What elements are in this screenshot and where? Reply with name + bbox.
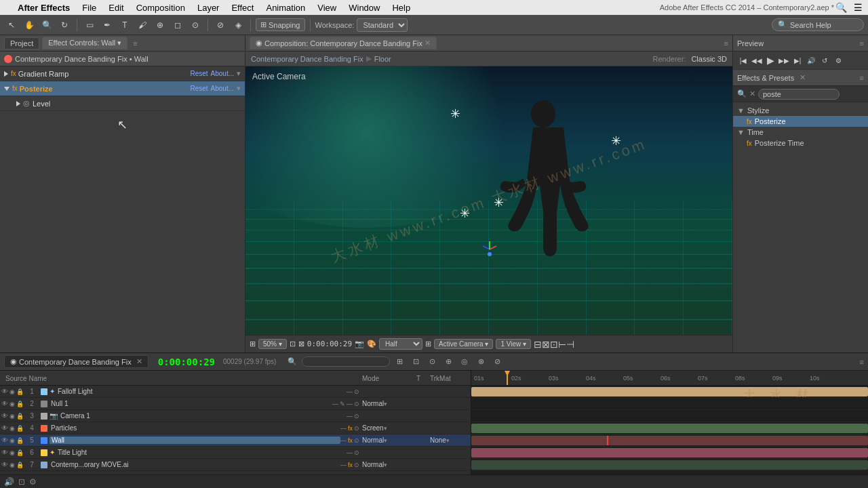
preview-skip-start[interactable]: |◀ — [737, 54, 749, 66]
posterize-options[interactable]: ▾ — [237, 84, 241, 93]
search-help-input[interactable] — [790, 21, 858, 29]
tool-brush[interactable]: 🖌 — [135, 18, 150, 33]
lock-4[interactable]: 🔒 — [16, 425, 24, 432]
switch-4b[interactable]: fx — [348, 425, 353, 432]
eye-2[interactable]: 👁 — [1, 400, 8, 407]
posterize-row[interactable]: fx Posterize Reset About... ▾ — [0, 81, 245, 96]
gradient-ramp-options[interactable]: ▾ — [237, 69, 241, 78]
eye-5[interactable]: 👁 — [1, 436, 8, 444]
menu-edit[interactable]: Edit — [103, 0, 129, 15]
menu-extras-icon[interactable]: ☰ — [854, 2, 863, 13]
level-row[interactable]: ◎ Level — [0, 96, 245, 111]
close-btn[interactable] — [4, 55, 12, 63]
switch-5c[interactable]: ⊙ — [354, 437, 359, 444]
breadcrumb-floor[interactable]: Floor — [374, 55, 391, 63]
camera-select-btn[interactable]: Active Camera ▾ — [434, 339, 493, 349]
solo-3[interactable]: ◉ — [9, 413, 15, 420]
menu-composition[interactable]: Composition — [131, 0, 191, 15]
tl-search-input[interactable] — [302, 357, 390, 367]
preview-play[interactable]: ▶ — [764, 54, 776, 66]
mode-2-arrow[interactable]: ▾ — [384, 401, 387, 407]
effects-presets-close[interactable]: ✕ — [800, 73, 806, 82]
gradient-ramp-row[interactable]: fx Gradient Ramp Reset About... ▾ — [0, 66, 245, 81]
trkmat-5-arrow[interactable]: ▾ — [446, 437, 450, 444]
zoom-button[interactable]: 50% ▾ — [258, 339, 287, 349]
tl-tool-4[interactable]: ⊕ — [441, 356, 455, 368]
layer-name-2[interactable]: Null 1 — [50, 400, 332, 407]
search-menu-icon[interactable]: 🔍 — [835, 2, 847, 13]
gradient-ramp-about[interactable]: About... — [211, 70, 234, 77]
posterize-about[interactable]: About... — [211, 85, 234, 92]
lock-7[interactable]: 🔒 — [16, 462, 24, 468]
switch-2b[interactable]: ✎ — [340, 401, 345, 407]
switch-1a[interactable]: — — [347, 388, 353, 395]
preset-posterize[interactable]: fx Posterize — [733, 116, 868, 127]
solo-7[interactable]: ◉ — [9, 462, 15, 468]
color-icon[interactable]: 🎨 — [367, 340, 376, 348]
search-presets-input[interactable] — [758, 89, 840, 100]
switch-6a[interactable]: — — [347, 449, 353, 456]
layer-name-6[interactable]: Title Light — [56, 449, 347, 456]
camera-icon[interactable]: 📷 — [355, 340, 364, 348]
fit-icon[interactable]: ⊡ — [290, 340, 296, 348]
menu-aftereffects[interactable]: After Effects — [12, 0, 75, 15]
timeline-tab[interactable]: ◉ Contemporary Dance Banding Fix ✕ — [4, 355, 149, 368]
tool-shape[interactable]: ◈ — [231, 18, 245, 33]
tl-footer-icon-2[interactable]: ⊡ — [18, 477, 25, 487]
tl-tool-2[interactable]: ⊡ — [409, 356, 422, 368]
menu-file[interactable]: File — [77, 0, 102, 15]
posterize-reset[interactable]: Reset — [190, 85, 208, 92]
comp-panel-menu[interactable]: ≡ — [724, 39, 728, 47]
mode-7-arrow[interactable]: ▾ — [384, 462, 387, 468]
timeline-close[interactable]: ✕ — [136, 357, 142, 366]
tl-search-btn[interactable]: 🔍 — [285, 356, 299, 368]
timeline-panel-menu[interactable]: ≡ — [860, 358, 864, 366]
switch-3a[interactable]: — — [347, 413, 353, 420]
menu-help[interactable]: Help — [387, 0, 416, 15]
tl-tool-1[interactable]: ⊞ — [393, 356, 406, 368]
switch-2a[interactable]: — — [332, 401, 338, 407]
tl-tool-7[interactable]: ⊘ — [490, 356, 504, 368]
tool-text[interactable]: T — [117, 18, 132, 33]
views-btn[interactable]: 1 View ▾ — [496, 339, 531, 349]
menu-window[interactable]: Window — [343, 0, 385, 15]
mode-5-arrow[interactable]: ▾ — [384, 437, 387, 444]
panel-tab-project[interactable]: Project — [4, 37, 39, 49]
preview-step-fwd[interactable]: ▶▶ — [778, 54, 790, 66]
eye-4[interactable]: 👁 — [1, 424, 8, 432]
category-stylize[interactable]: ▼ Stylize — [733, 105, 868, 116]
category-time[interactable]: ▼ Time — [733, 127, 868, 138]
switch-2d[interactable]: ⊙ — [354, 401, 359, 407]
lock-6[interactable]: 🔒 — [16, 449, 24, 456]
solo-1[interactable]: ◉ — [9, 388, 15, 395]
switch-5a[interactable]: — — [340, 437, 347, 444]
switch-7a[interactable]: — — [340, 462, 347, 468]
layer-name-1[interactable]: Falloff Light — [56, 388, 347, 395]
tl-tool-5[interactable]: ◎ — [458, 356, 471, 368]
switch-3b[interactable]: ⊙ — [354, 413, 359, 420]
preview-step-back[interactable]: ◀◀ — [751, 54, 763, 66]
view-icons[interactable]: ⊟⊠⊡⊢⊣ — [534, 339, 574, 350]
switch-1b[interactable]: ⊙ — [354, 388, 359, 395]
effects-presets-menu[interactable]: ≡ — [860, 74, 864, 82]
tool-select[interactable]: ↖ — [4, 18, 19, 33]
switch-5b[interactable]: fx — [348, 437, 353, 444]
preview-loop[interactable]: ↺ — [818, 54, 831, 66]
switch-2c[interactable]: — — [347, 401, 353, 407]
eye-6[interactable]: 👁 — [1, 449, 8, 456]
preview-audio[interactable]: 🔊 — [805, 54, 817, 66]
solo-4[interactable]: ◉ — [9, 425, 15, 432]
preview-tab[interactable]: Preview — [737, 39, 764, 47]
menu-animation[interactable]: Animation — [260, 0, 311, 15]
preset-posterize-time[interactable]: fx Posterize Time — [733, 138, 868, 148]
tool-pen[interactable]: ✒ — [100, 18, 115, 33]
tl-tool-3[interactable]: ⊙ — [425, 356, 439, 368]
panel-tab-effect-controls[interactable]: Effect Controls: Wall ▾ — [42, 37, 127, 49]
switch-4a[interactable]: — — [340, 425, 347, 432]
solo-5[interactable]: ◉ — [9, 437, 15, 444]
tool-pin[interactable]: ⊘ — [213, 18, 228, 33]
switch-7c[interactable]: ⊙ — [354, 462, 359, 468]
tool-eraser[interactable]: ◻ — [170, 18, 185, 33]
lock-3[interactable]: 🔒 — [16, 413, 24, 420]
tool-zoom[interactable]: 🔍 — [39, 18, 54, 33]
